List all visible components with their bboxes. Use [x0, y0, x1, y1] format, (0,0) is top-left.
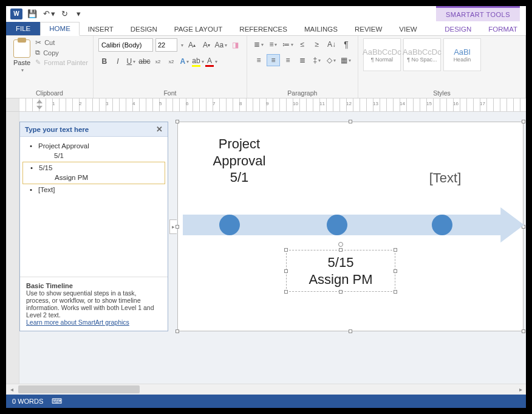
resize-handle[interactable] [394, 290, 397, 294]
font-size-combo[interactable] [155, 38, 177, 52]
tab-references[interactable]: REFERENCES [231, 23, 296, 35]
timeline-node-text[interactable]: Project Approval 5/1 [194, 136, 285, 186]
underline-button[interactable]: U▾ [125, 55, 137, 67]
resize-handle[interactable] [349, 329, 352, 333]
tab-home[interactable]: HOME [40, 22, 80, 36]
resize-handle[interactable] [522, 329, 525, 333]
group-label-clipboard: Clipboard [11, 88, 88, 97]
format-painter-button[interactable]: ✎Format Painter [35, 58, 88, 66]
spelling-status-icon[interactable]: ⌨ [52, 397, 62, 405]
bullets-button[interactable]: ≣▾ [252, 38, 265, 50]
resize-handle[interactable] [339, 290, 343, 294]
sort-button[interactable]: A↓ [325, 38, 338, 50]
text-pane-item[interactable]: [Text] [22, 184, 165, 196]
learn-more-link[interactable]: Learn more about SmartArt graphics [26, 319, 129, 326]
italic-button[interactable]: I [112, 55, 124, 67]
justify-button[interactable]: ≣ [296, 54, 309, 66]
style-heading1[interactable]: AaBlHeadin [443, 38, 481, 71]
align-left-button[interactable]: ≡ [252, 54, 265, 66]
numbering-button[interactable]: ≡▾ [267, 38, 280, 50]
scroll-left-arrow[interactable]: ◂ [6, 384, 17, 395]
line-spacing-button[interactable]: ‡▾ [310, 54, 324, 66]
style-normal[interactable]: AaBbCcDc¶ Normal [363, 38, 401, 71]
horizontal-ruler[interactable]: 1234567891011121314151617 [6, 98, 526, 112]
text-pane-title: Type your text here [25, 126, 89, 133]
timeline-node-circle[interactable] [327, 215, 347, 235]
align-right-button[interactable]: ≡ [281, 54, 295, 66]
text-pane-item-selected[interactable]: 5/15 Assign PM [22, 162, 165, 184]
rotation-handle[interactable] [338, 242, 343, 247]
horizontal-scrollbar[interactable]: ◂ ▸ [6, 384, 526, 395]
resize-handle[interactable] [339, 248, 343, 252]
timeline-node-text-selected[interactable]: 5/15 Assign PM [286, 250, 395, 292]
align-center-button[interactable]: ≡ [267, 54, 280, 66]
timeline-node-text-placeholder[interactable]: [Text] [409, 170, 482, 187]
resize-handle[interactable] [176, 120, 179, 123]
shrink-font-button[interactable]: A▾ [200, 39, 213, 51]
timeline-node-circle[interactable] [432, 215, 452, 235]
tab-file[interactable]: FILE [6, 22, 40, 35]
status-bar: 0 WORDS ⌨ [6, 395, 526, 408]
text-pane-close-button[interactable]: ✕ [156, 125, 163, 134]
text-pane-item[interactable]: Project Approval 5/1 [22, 140, 165, 162]
clear-formatting-button[interactable]: ◨ [230, 39, 242, 51]
resize-handle[interactable] [284, 248, 288, 252]
tab-smartart-format[interactable]: FORMAT [480, 23, 526, 35]
subscript-button[interactable]: x2 [152, 55, 164, 67]
superscript-button[interactable]: x2 [165, 55, 177, 67]
resize-handle[interactable] [522, 120, 525, 123]
redo-icon[interactable]: ↻ [61, 9, 68, 18]
cut-button[interactable]: ✂Cut [35, 38, 88, 47]
vertical-ruler[interactable] [6, 112, 19, 384]
scroll-right-arrow[interactable]: ▸ [515, 384, 526, 395]
word-count[interactable]: 0 WORDS [12, 398, 43, 405]
bold-button[interactable]: B [98, 55, 111, 67]
tab-smartart-design[interactable]: DESIGN [436, 23, 480, 35]
change-case-button[interactable]: Aa▾ [215, 39, 227, 51]
paintbrush-icon: ✎ [35, 58, 41, 66]
highlight-button[interactable]: ab▾ [192, 55, 204, 67]
text-pane-footer-desc: Use to show sequential steps in a task, … [26, 289, 154, 319]
text-effects-button[interactable]: A▾ [179, 55, 191, 67]
strikethrough-button[interactable]: abc [138, 55, 151, 67]
copy-button[interactable]: ⧉Copy [35, 49, 88, 57]
smartart-object[interactable]: ▸ Project Approva [177, 122, 523, 331]
group-clipboard: Paste ▾ ✂Cut ⧉Copy ✎Format Painter Clipb… [6, 36, 94, 98]
scroll-thumb[interactable] [18, 385, 140, 393]
resize-handle[interactable] [394, 269, 397, 273]
smartart-text-pane: Type your text here ✕ Project Approval 5… [19, 122, 168, 331]
decrease-indent-button[interactable]: ≤ [296, 38, 309, 50]
smartart-tools-contextual-tab: SMARTART TOOLS [436, 6, 520, 21]
tab-insert[interactable]: INSERT [80, 23, 122, 35]
scissors-icon: ✂ [35, 38, 41, 47]
undo-icon[interactable]: ↶▾ [43, 9, 55, 18]
tab-mailings[interactable]: MAILINGS [296, 23, 346, 35]
timeline-node-circle[interactable] [219, 215, 240, 235]
qat-customize-dropdown[interactable]: ▾ [77, 9, 81, 18]
tab-review[interactable]: REVIEW [346, 23, 390, 35]
style-no-spacing[interactable]: AaBbCcDc¶ No Spac... [403, 38, 441, 71]
borders-button[interactable]: ▦▾ [339, 54, 353, 66]
grow-font-button[interactable]: A▴ [186, 39, 198, 51]
paste-button[interactable]: Paste ▾ [11, 38, 33, 74]
tab-design[interactable]: DESIGN [122, 23, 166, 35]
resize-handle[interactable] [176, 225, 179, 229]
font-color-button[interactable]: A▾ [205, 55, 217, 67]
text-pane-footer: Basic Timeline Use to show sequential st… [20, 277, 168, 331]
resize-handle[interactable] [284, 290, 288, 294]
tab-view[interactable]: VIEW [390, 23, 425, 35]
resize-handle[interactable] [394, 248, 397, 252]
document-area: Type your text here ✕ Project Approval 5… [6, 112, 526, 384]
resize-handle[interactable] [284, 269, 288, 273]
save-icon[interactable]: 💾 [27, 9, 37, 18]
increase-indent-button[interactable]: ≥ [310, 38, 324, 50]
group-styles: AaBbCcDc¶ Normal AaBbCcDc¶ No Spac... Aa… [358, 36, 526, 98]
tab-page-layout[interactable]: PAGE LAYOUT [166, 23, 231, 35]
shading-button[interactable]: ◇▾ [325, 54, 338, 66]
multilevel-button[interactable]: ≔▾ [281, 38, 295, 50]
show-marks-button[interactable]: ¶ [339, 38, 353, 50]
resize-handle[interactable] [176, 329, 179, 333]
text-pane-list[interactable]: Project Approval 5/1 5/15 Assign PM [Tex… [20, 137, 168, 277]
font-name-combo[interactable] [98, 38, 153, 52]
resize-handle[interactable] [349, 120, 352, 123]
